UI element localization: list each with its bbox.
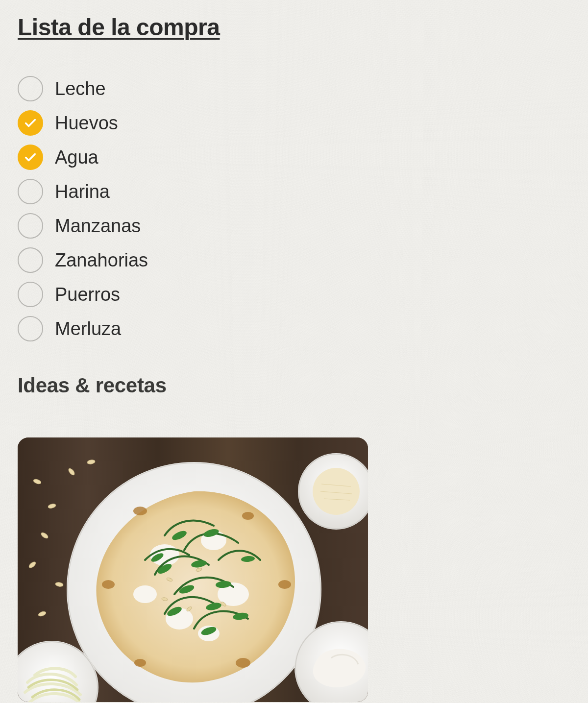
checklist-item-label: Huevos xyxy=(55,113,118,134)
checklist: Leche Huevos Agua Harina Manzanas xyxy=(18,76,570,341)
note-title: Lista de la compra xyxy=(18,14,570,41)
checkbox[interactable] xyxy=(18,76,43,101)
svg-point-19 xyxy=(102,580,115,589)
checkbox[interactable] xyxy=(18,282,43,307)
checklist-item: Merluza xyxy=(18,316,570,341)
checklist-item: Agua xyxy=(18,145,570,170)
checkbox[interactable] xyxy=(18,247,43,273)
checkbox[interactable] xyxy=(18,110,43,136)
checkmark-icon xyxy=(24,150,37,164)
svg-point-45 xyxy=(313,468,360,515)
checklist-item: Zanahorias xyxy=(18,247,570,273)
checklist-item: Leche xyxy=(18,76,570,101)
section-heading: Ideas & recetas xyxy=(18,374,570,397)
svg-point-15 xyxy=(242,512,254,520)
checkbox[interactable] xyxy=(18,316,43,341)
checklist-item-label: Manzanas xyxy=(55,216,141,237)
checkbox[interactable] xyxy=(18,179,43,204)
svg-point-16 xyxy=(278,580,291,589)
checkbox[interactable] xyxy=(18,213,43,239)
svg-point-18 xyxy=(134,659,146,667)
checklist-item-label: Merluza xyxy=(55,318,121,339)
svg-point-14 xyxy=(133,507,147,515)
svg-point-17 xyxy=(236,658,250,668)
checklist-item: Harina xyxy=(18,179,570,204)
checkmark-icon xyxy=(24,116,37,130)
checklist-item: Manzanas xyxy=(18,213,570,239)
checklist-item-label: Agua xyxy=(55,147,98,168)
checkbox[interactable] xyxy=(18,145,43,170)
checklist-item-label: Puerros xyxy=(55,284,120,305)
checklist-item: Puerros xyxy=(18,282,570,307)
svg-point-24 xyxy=(133,585,157,603)
checklist-item-label: Leche xyxy=(55,78,106,99)
recipe-image[interactable] xyxy=(18,437,368,702)
checklist-item-label: Zanahorias xyxy=(55,250,148,271)
checklist-item: Huevos xyxy=(18,110,570,136)
checklist-item-label: Harina xyxy=(55,181,110,202)
